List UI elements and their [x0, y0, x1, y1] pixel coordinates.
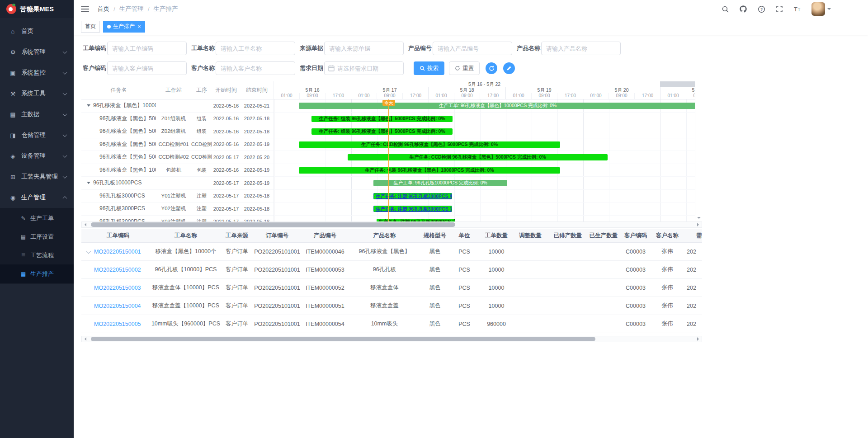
work-order-link[interactable]: MO202205150003 [94, 285, 141, 291]
product-code-input[interactable] [433, 42, 512, 55]
sidebar-submenu-item[interactable]: ✎ 生产工单 [0, 209, 74, 227]
sidebar-menu-item[interactable]: ▣ 系统监控 [0, 62, 74, 83]
sidebar-submenu-item[interactable]: ▤ 工序设置 [0, 227, 74, 246]
sidebar-menu-item[interactable]: ◉ 生产管理 [0, 187, 74, 208]
source-doc-input[interactable] [324, 42, 404, 55]
sidebar-menu-item[interactable]: ⚒ 系统工具 [0, 83, 74, 104]
breadcrumb-production[interactable]: 生产管理 [119, 5, 144, 13]
scroll-left-arrow-icon[interactable] [82, 336, 88, 342]
work-order-link[interactable]: MO202205150001 [94, 249, 141, 255]
tag-home[interactable]: 首页 [81, 21, 100, 33]
scroll-left-arrow-icon[interactable] [82, 222, 88, 227]
gantt-bar[interactable]: 生产工单: 96孔移液盒【黑色】10000PCS 完成比例: 0% [299, 103, 695, 109]
task-name: 96孔孔板3000PCS [99, 205, 145, 212]
product-name: 96孔移液盒【黑色】 [347, 248, 422, 255]
close-icon[interactable]: × [137, 24, 141, 29]
work-order-link[interactable]: MO202205150005 [94, 321, 141, 327]
end-time: 2022-05-18 [240, 193, 274, 198]
gantt-vertical-scrollbar[interactable] [695, 81, 702, 221]
hamburger-menu-icon[interactable] [81, 6, 89, 12]
work-order-link[interactable]: MO202205150004 [94, 303, 141, 309]
gantt-bar[interactable]: 生产任务: 注塑 96孔孔板3000PCS 完成比例: 0% [373, 206, 452, 212]
product-code: ITEM00000046 [303, 249, 347, 255]
scroll-down-arrow-icon[interactable] [695, 215, 702, 221]
gantt-task-row[interactable]: 96孔孔板3000PCS Y01注塑机 注塑 2022-05-17 2022-0… [81, 190, 274, 203]
search-button[interactable]: 搜索 [414, 61, 444, 75]
sidebar-menu-item[interactable]: ⊞ 工装夹具管理 [0, 166, 74, 187]
tag-current[interactable]: 生产排产 × [103, 21, 145, 33]
order-row[interactable]: MO202205150003 移液盒盒体【10000】PCS 客户订单 PO20… [81, 279, 702, 297]
gantt-bar[interactable]: 生产工单: 96孔孔板10000PCS 完成比例: 0% [373, 180, 507, 186]
search-icon[interactable] [721, 5, 729, 13]
sidebar-menu-item[interactable]: ⚙ 系统管理 [0, 42, 74, 62]
gantt-task-row[interactable]: 96孔孔板3000PCS Y03注塑机 注塑 2022-05-17 2022-0… [81, 216, 274, 222]
github-icon[interactable] [739, 5, 747, 13]
gantt-task-row[interactable]: 96孔移液盒【黑色】5000PCS CCD检测#02 CCD检测 2022-05… [81, 151, 274, 164]
app-logo[interactable]: 苦糖果MES [0, 0, 74, 18]
reset-button[interactable]: 重置 [449, 61, 480, 75]
scroll-right-arrow-icon[interactable] [695, 336, 702, 342]
gantt-bar[interactable]: 生产任务: 组装 96孔移液盒【黑色】5000PCS 完成比例: 0% [311, 116, 453, 122]
sidebar-menu-item[interactable]: ◨ 仓储管理 [0, 125, 74, 146]
sidebar-submenu-item[interactable]: ≣ 工艺流程 [0, 246, 74, 264]
sync-button[interactable] [486, 62, 497, 74]
breadcrumb-home[interactable]: 首页 [97, 5, 109, 13]
order-row[interactable]: MO202205150005 10mm吸头【960000】PCS 客户订单 PO… [81, 315, 702, 333]
product-code: ITEM00000053 [303, 267, 347, 273]
sidebar-menu-item[interactable]: ◈ 设备管理 [0, 146, 74, 166]
tree-expand-icon[interactable] [87, 104, 90, 108]
product-name-input[interactable] [541, 42, 621, 55]
work-order-icon: ✎ [20, 215, 27, 221]
gantt-task-row[interactable]: 96孔移液盒【黑色】10000PCS 包装机 包装 2022-05-16 202… [81, 164, 274, 177]
task-name: 96孔移液盒【黑色】5000PCS [99, 141, 156, 148]
sidebar-menu-label: 设备管理 [21, 152, 63, 160]
gantt-bar[interactable]: 生产任务: 包装 96孔移液盒【黑色】10000PCS 完成比例: 0% [299, 167, 560, 174]
customer-code: C00003 [620, 267, 651, 273]
gantt-task-row[interactable]: 96孔移液盒【黑色】5000PCS CCD检测#01 CCD检测 2022-05… [81, 138, 274, 151]
product-name: 移液盒盒体 [347, 284, 422, 292]
sidebar-submenu-label: 生产排产 [30, 270, 54, 278]
order-row[interactable]: MO202205150004 移液盒盒盖【10000】PCS 客户订单 PO20… [81, 297, 702, 315]
work-order-name-input[interactable] [216, 42, 295, 55]
work-order-link[interactable]: MO202205150002 [94, 267, 141, 273]
orders-horizontal-scrollbar[interactable] [81, 336, 702, 342]
order-row[interactable]: MO202205150001 移液盒【黑色】10000个 客户订单 PO2022… [81, 243, 702, 261]
gantt-task-row[interactable]: 96孔移液盒【黑色】5000PCS Z02组装机 组装 2022-05-16 2… [81, 125, 274, 138]
filter-demand-date: 需求日期 [300, 61, 404, 75]
font-size-icon[interactable]: TT [793, 5, 802, 13]
sidebar-submenu-item[interactable]: ▦ 生产排产 [0, 264, 74, 283]
sidebar-menu-item[interactable]: ⌂ 首页 [0, 21, 74, 42]
day-label: 5月 16 [274, 87, 351, 93]
demand-date-input[interactable] [324, 61, 404, 75]
gantt-bar[interactable]: 生产任务: CCD检测 96孔移液盒【黑色】5000PCS 完成比例: 0% [348, 154, 608, 160]
scrollbar-thumb[interactable] [91, 337, 595, 341]
customer-name: 张伟 [651, 248, 683, 255]
gantt-bar[interactable]: 生产任务: CCD检测 96孔移液盒【黑色】5000PCS 完成比例: 0% [299, 141, 560, 148]
customer-name: 张伟 [651, 266, 683, 273]
work-order-source: 客户订单 [222, 320, 251, 328]
customer-name-input[interactable] [216, 61, 295, 75]
gantt-bar[interactable]: 生产任务: 注塑 96孔孔板3000PCS 完成比例: 0% [373, 193, 452, 199]
sidebar-menu-item[interactable]: ▤ 主数据 [0, 104, 74, 125]
order-row[interactable]: MO202205150002 96孔孔板【10000】PCS 客户订单 PO20… [81, 261, 702, 279]
expand-caret-icon[interactable] [86, 249, 91, 254]
question-icon[interactable]: ? [757, 5, 765, 13]
scrollbar-thumb[interactable] [91, 222, 455, 227]
day-label: 5月 21 [660, 87, 695, 93]
work-order-code-input[interactable] [107, 42, 187, 55]
process: 注塑 [191, 193, 212, 199]
chevron-icon [63, 132, 67, 137]
gantt-horizontal-scrollbar[interactable] [81, 221, 702, 228]
gantt-bar[interactable]: 生产任务: 组装 96孔移液盒【黑色】5000PCS 完成比例: 0% [311, 128, 453, 135]
gantt-task-row[interactable]: 96孔移液盒【黑色】10000PCS 2022-05-16 2022-05-21 [81, 99, 274, 113]
gantt-task-row[interactable]: 96孔孔板3000PCS Y02注塑机 注塑 2022-05-17 2022-0… [81, 203, 274, 216]
fullscreen-icon[interactable] [775, 5, 783, 13]
scroll-right-arrow-icon[interactable] [695, 222, 702, 227]
tree-expand-icon[interactable] [87, 182, 90, 186]
edit-button[interactable] [503, 62, 515, 74]
order-number: PO202205101001 [251, 249, 303, 255]
gantt-task-row[interactable]: 96孔移液盒【黑色】5000PCS Z01组装机 组装 2022-05-16 2… [81, 113, 274, 126]
user-menu[interactable] [811, 2, 831, 16]
customer-code-input[interactable] [107, 61, 187, 75]
gantt-task-row[interactable]: 96孔孔板10000PCS 2022-05-17 2022-05-19 [81, 177, 274, 190]
